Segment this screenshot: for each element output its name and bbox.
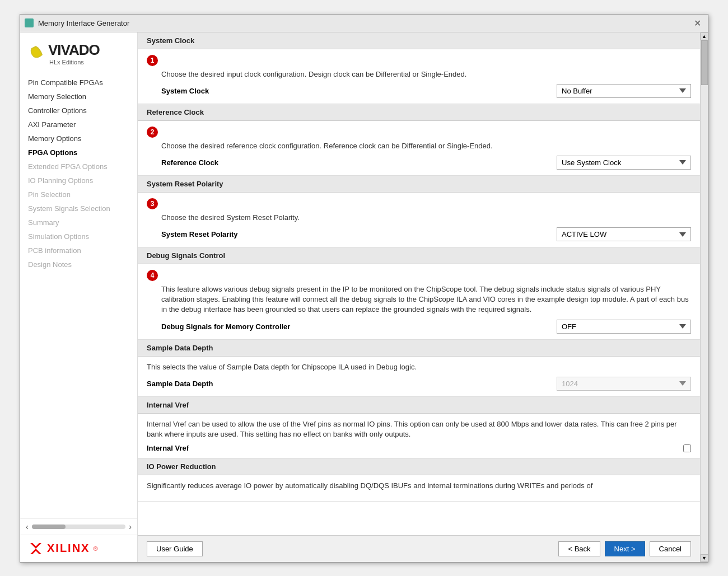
- sidebar-item-axi-parameter[interactable]: AXI Parameter: [20, 118, 137, 132]
- debug-signals-select[interactable]: OFF ON: [557, 320, 691, 334]
- system-clock-select[interactable]: No Buffer Differential Single-Ended: [557, 84, 691, 98]
- reference-clock-section: Reference Clock 2 Choose the desired ref…: [138, 104, 700, 176]
- step-4-number: 4: [147, 270, 158, 281]
- sample-data-body: This selects the value of Sample Data de…: [138, 357, 700, 396]
- scroll-thumb[interactable]: [32, 525, 66, 529]
- system-clock-field-row: System Clock No Buffer Differential Sing…: [161, 84, 691, 98]
- debug-signals-field-row: Debug Signals for Memory Controller OFF …: [161, 320, 691, 334]
- system-clock-control: No Buffer Differential Single-Ended: [557, 84, 691, 98]
- internal-vref-title: Internal Vref: [147, 401, 189, 409]
- system-reset-select[interactable]: ACTIVE LOW ACTIVE HIGH: [557, 227, 691, 241]
- system-clock-title: System Clock: [147, 36, 194, 45]
- sample-data-section: Sample Data Depth This selects the value…: [138, 340, 700, 397]
- window-title: Memory Interface Generator: [38, 19, 687, 27]
- debug-signals-body: 4 This feature allows various debug sign…: [138, 264, 700, 339]
- sample-data-field-row: Sample Data Depth 1024 2048: [147, 377, 691, 391]
- sidebar-item-simulation: Simulation Options: [20, 230, 137, 243]
- sidebar-item-controller-options[interactable]: Controller Options: [20, 104, 137, 118]
- back-button[interactable]: < Back: [558, 541, 600, 556]
- app-icon: [25, 18, 34, 27]
- sidebar-item-memory-selection[interactable]: Memory Selection: [20, 90, 137, 104]
- system-clock-body: 1 Choose the desired input clock configu…: [138, 49, 700, 104]
- xilinx-icon: [28, 541, 44, 556]
- scroll-down-button[interactable]: ▼: [701, 554, 708, 562]
- system-clock-section: System Clock 1 Choose the desired input …: [138, 32, 700, 104]
- content-area: System Clock 1 Choose the desired input …: [138, 32, 700, 562]
- scroll-right-button[interactable]: ›: [128, 521, 133, 532]
- scroll-track: [32, 525, 126, 529]
- reference-clock-title: Reference Clock: [147, 108, 204, 116]
- close-button[interactable]: ✕: [692, 18, 703, 29]
- reference-clock-label: Reference Clock: [161, 158, 340, 167]
- sample-data-title: Sample Data Depth: [147, 344, 213, 352]
- sidebar-nav: Pin Compatible FPGAs Memory Selection Co…: [20, 71, 137, 518]
- xilinx-reg: ®: [93, 545, 97, 552]
- vivado-logo-area: VIVADO HLx Editions: [20, 32, 137, 71]
- debug-signals-section: Debug Signals Control 4 This feature all…: [138, 247, 700, 340]
- sample-data-select: 1024 2048: [557, 377, 691, 391]
- sidebar-item-summary: Summary: [20, 216, 137, 230]
- system-clock-label: System Clock: [161, 87, 340, 95]
- next-button[interactable]: Next >: [605, 541, 645, 556]
- internal-vref-header: Internal Vref: [138, 397, 700, 414]
- system-reset-section: System Reset Polarity 3 Choose the desir…: [138, 176, 700, 247]
- io-power-section: IO Power Reduction Significantly reduces…: [138, 458, 700, 502]
- reference-clock-control: Use System Clock Differential Single-End…: [557, 156, 691, 170]
- sample-data-header: Sample Data Depth: [138, 340, 700, 357]
- reference-clock-select[interactable]: Use System Clock Differential Single-End…: [557, 156, 691, 170]
- scroll-up-button[interactable]: ▲: [701, 32, 708, 40]
- internal-vref-checkbox[interactable]: [683, 444, 691, 452]
- sidebar-item-system-signals: System Signals Selection: [20, 202, 137, 216]
- internal-vref-label: Internal Vref: [147, 444, 326, 452]
- step-1-number: 1: [147, 55, 158, 66]
- reference-clock-desc: Choose the desired reference clock confi…: [161, 141, 691, 151]
- scroll-left-button[interactable]: ‹: [25, 521, 30, 532]
- internal-vref-field-row: Internal Vref: [147, 444, 691, 452]
- system-reset-title: System Reset Polarity: [147, 180, 223, 188]
- step-3-number: 3: [147, 198, 158, 209]
- vivado-edition: HLx Editions: [49, 59, 100, 65]
- user-guide-button[interactable]: User Guide: [147, 541, 203, 556]
- debug-signals-label: Debug Signals for Memory Controller: [161, 322, 340, 331]
- debug-signals-title: Debug Signals Control: [147, 251, 225, 260]
- xilinx-logo-area: XILINX ®: [20, 535, 137, 562]
- footer: User Guide < Back Next > Cancel: [138, 535, 700, 562]
- content-scroll[interactable]: System Clock 1 Choose the desired input …: [138, 32, 700, 535]
- sidebar-item-pin-selection: Pin Selection: [20, 188, 137, 202]
- system-clock-header: System Clock: [138, 32, 700, 49]
- sample-data-control: 1024 2048: [557, 377, 691, 391]
- main-window: Memory Interface Generator ✕ VIVADO HLx …: [20, 14, 708, 563]
- scroll-thumb-v[interactable]: [701, 40, 708, 85]
- sidebar-item-io-planning: IO Planning Options: [20, 174, 137, 188]
- reference-clock-field-row: Reference Clock Use System Clock Differe…: [161, 156, 691, 170]
- internal-vref-desc: Internal Vref can be used to allow the u…: [147, 419, 691, 439]
- system-reset-desc: Choose the desired System Reset Polarity…: [161, 213, 691, 223]
- vivado-logo: [27, 44, 45, 63]
- vertical-scrollbar: ▲ ▼: [700, 32, 708, 562]
- system-reset-header: System Reset Polarity: [138, 176, 700, 193]
- sidebar-item-pin-compatible[interactable]: Pin Compatible FPGAs: [20, 76, 137, 90]
- reference-clock-header: Reference Clock: [138, 104, 700, 121]
- main-area: VIVADO HLx Editions Pin Compatible FPGAs…: [20, 32, 708, 562]
- internal-vref-section: Internal Vref Internal Vref can be used …: [138, 397, 700, 458]
- system-reset-label: System Reset Polarity: [161, 230, 340, 238]
- sample-data-desc: This selects the value of Sample Data de…: [147, 362, 691, 372]
- svg-point-0: [26, 20, 32, 26]
- sidebar-item-memory-options[interactable]: Memory Options: [20, 132, 137, 146]
- debug-signals-desc: This feature allows various debug signal…: [161, 284, 691, 315]
- sidebar-item-fpga-options[interactable]: FPGA Options: [20, 146, 137, 160]
- content-inner: System Clock 1 Choose the desired input …: [138, 32, 700, 502]
- system-reset-control: ACTIVE LOW ACTIVE HIGH: [557, 227, 691, 241]
- cancel-button[interactable]: Cancel: [650, 541, 691, 556]
- io-power-header: IO Power Reduction: [138, 458, 700, 475]
- debug-signals-control: OFF ON: [557, 320, 691, 334]
- sidebar-item-pcb-info: PCB information: [20, 243, 137, 257]
- vivado-brand: VIVADO: [48, 41, 100, 59]
- system-clock-desc: Choose the desired input clock configura…: [161, 69, 691, 79]
- svg-rect-1: [28, 541, 44, 556]
- sidebar: VIVADO HLx Editions Pin Compatible FPGAs…: [20, 32, 138, 562]
- internal-vref-body: Internal Vref can be used to allow the u…: [138, 414, 700, 458]
- system-reset-field-row: System Reset Polarity ACTIVE LOW ACTIVE …: [161, 227, 691, 241]
- reference-clock-body: 2 Choose the desired reference clock con…: [138, 121, 700, 175]
- system-reset-body: 3 Choose the desired System Reset Polari…: [138, 193, 700, 247]
